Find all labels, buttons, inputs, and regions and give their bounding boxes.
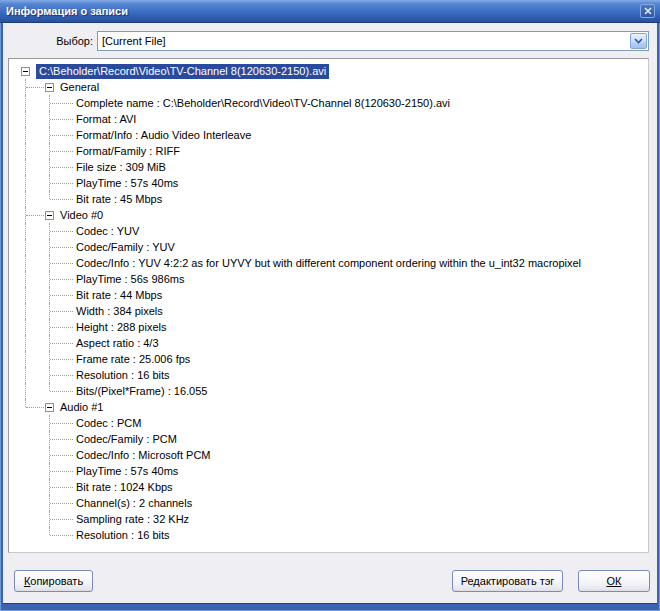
tree-guide-line [25,303,26,319]
tree-guide-line [50,135,73,136]
tree-guide-line [25,159,26,175]
tree-guide-line [50,167,73,168]
selector-label: Выбор: [43,31,93,51]
tree-guide-line [25,335,26,351]
tree-leaf-label: Resolution : 16 bits [76,367,170,383]
tree-guide-line [50,455,73,456]
tree-leaf-item[interactable]: Format : AVI [9,111,648,127]
tree-leaf-item[interactable]: PlayTime : 57s 40ms [9,463,648,479]
tree-leaf-label: Resolution : 16 bits [76,527,170,543]
tree-guide-line [25,399,26,407]
tree-leaf-item[interactable]: Bits/(Pixel*Frame) : 16.055 [9,383,648,399]
tree-guide-line [25,95,26,111]
tree-guide-line [49,383,50,391]
tree-root-label: C:\Beholder\Record\Video\TV-Channel 8(12… [36,64,329,79]
tree-guide-line [50,295,73,296]
minus-icon[interactable] [45,403,54,412]
tree-section-label: Audio #1 [60,399,103,415]
dialog-body: Выбор: [Current File] C:\Beholder\Record… [3,23,657,603]
edit-tag-button[interactable]: Редактировать тэг [452,570,563,592]
tree-guide-line [26,87,44,88]
tree-guide-line [50,487,73,488]
tree-guide-line [50,183,73,184]
tree-leaf-label: Format/Info : Audio Video Interleave [76,127,251,143]
ok-button[interactable]: ОК [578,570,650,592]
tree-leaf-item[interactable]: Codec/Family : PCM [9,431,648,447]
title-bar: Информация о записи [0,0,660,23]
tree-leaf-label: Sampling rate : 32 KHz [76,511,189,527]
tree-leaf-item[interactable]: Frame rate : 25.006 fps [9,351,648,367]
tree-guide-line [25,239,26,255]
tree-leaf-label: Format/Family : RIFF [76,143,180,159]
tree-leaf-item[interactable]: Aspect ratio : 4/3 [9,335,648,351]
tree-guide-line [25,127,26,143]
minus-icon[interactable] [45,83,54,92]
tree-leaf-item[interactable]: Bit rate : 44 Mbps [9,287,648,303]
dialog-window: Информация о записи Выбор: [Current File… [0,0,660,611]
close-button[interactable] [640,4,655,18]
media-info-tree: C:\Beholder\Record\Video\TV-Channel 8(12… [8,58,649,553]
tree-guide-line [25,255,26,271]
tree-guide-line [25,111,26,127]
tree-leaf-label: Codec/Family : YUV [76,239,175,255]
tree-leaf-item[interactable]: Format/Family : RIFF [9,143,648,159]
tree-leaf-label: Width : 384 pixels [76,303,163,319]
tree-leaf-item[interactable]: PlayTime : 56s 986ms [9,271,648,287]
tree-guide-line [50,519,73,520]
tree-leaf-item[interactable]: Codec/Info : YUV 4:2:2 as for UYVY but w… [9,255,648,271]
tree-leaf-item[interactable]: File size : 309 MiB [9,159,648,175]
tree-guide-line [50,535,73,536]
tree-leaf-item[interactable]: Codec/Info : Microsoft PCM [9,447,648,463]
tree-guide-line [25,367,26,383]
tree-leaf-label: Complete name : C:\Beholder\Record\Video… [76,95,450,111]
tree-leaf-label: Codec/Info : Microsoft PCM [76,447,211,463]
tree-leaf-item[interactable]: Resolution : 16 bits [9,527,648,543]
tree-leaf-label: Bits/(Pixel*Frame) : 16.055 [76,383,207,399]
minus-icon[interactable] [21,67,30,76]
tree-section-item[interactable]: Audio #1 [9,399,648,415]
tree-leaf-item[interactable]: Channel(s) : 2 channels [9,495,648,511]
tree-leaf-label: Format : AVI [76,111,136,127]
tree-section-item[interactable]: General [9,79,648,95]
chevron-down-icon [634,38,643,44]
tree-guide-line [50,279,73,280]
tree-leaf-item[interactable]: Bit rate : 45 Mbps [9,191,648,207]
tree-guide-line [50,151,73,152]
tree-leaf-label: Bit rate : 1024 Kbps [76,479,173,495]
minus-icon[interactable] [45,211,54,220]
tree-leaf-item[interactable]: Codec : PCM [9,415,648,431]
tree-guide-line [50,375,73,376]
tree-guide-line [25,191,26,207]
tree-guide-line [50,327,73,328]
tree-guide-line [50,343,73,344]
tree-guide-line [50,231,73,232]
tree-leaf-item[interactable]: PlayTime : 57s 40ms [9,175,648,191]
combobox-arrow-button[interactable] [630,33,647,49]
tree-leaf-item[interactable]: Codec/Family : YUV [9,239,648,255]
tree-guide-line [50,471,73,472]
tree-guide-line [25,383,26,399]
tree-leaf-item[interactable]: Codec : YUV [9,223,648,239]
tree-guide-line [26,407,44,408]
tree-section-item[interactable]: Video #0 [9,207,648,223]
tree-leaf-item[interactable]: Format/Info : Audio Video Interleave [9,127,648,143]
tree-leaf-item[interactable]: Bit rate : 1024 Kbps [9,479,648,495]
tree-root-item[interactable]: C:\Beholder\Record\Video\TV-Channel 8(12… [9,63,648,79]
tree-guide-line [50,311,73,312]
tree-leaf-item[interactable]: Resolution : 16 bits [9,367,648,383]
tree-guide-line [49,527,50,535]
tree-guide-line [25,287,26,303]
tree-leaf-item[interactable]: Complete name : C:\Beholder\Record\Video… [9,95,648,111]
tree-guide-line [26,215,44,216]
close-icon [644,7,652,15]
tree-leaf-label: Height : 288 pixels [76,319,167,335]
file-selector-combobox[interactable]: [Current File] [97,31,649,51]
tree-leaf-label: PlayTime : 57s 40ms [76,463,178,479]
tree-leaf-item[interactable]: Height : 288 pixels [9,319,648,335]
window-title: Информация о записи [6,0,128,22]
tree-leaf-label: Codec/Family : PCM [76,431,177,447]
tree-leaf-item[interactable]: Width : 384 pixels [9,303,648,319]
copy-button[interactable]: Копировать [14,570,93,592]
tree-leaf-item[interactable]: Sampling rate : 32 KHz [9,511,648,527]
tree-guide-line [50,391,73,392]
